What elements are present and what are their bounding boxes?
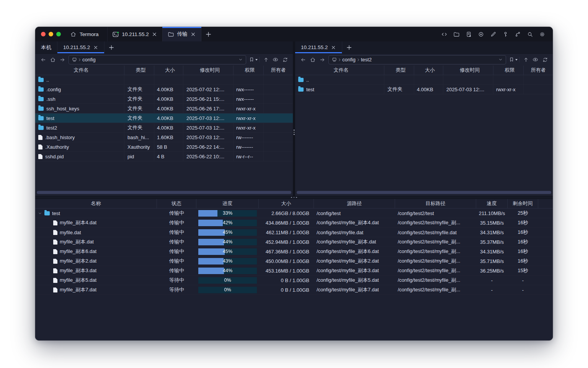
panel-splitter-horizontal[interactable] <box>35 196 553 199</box>
titlebar-actions <box>440 27 553 41</box>
horizontal-scrollbar[interactable] <box>297 191 551 194</box>
new-panel-tab-button[interactable] <box>105 41 118 53</box>
table-row[interactable]: test2 文件夹 4.00KB 2025-07-03 12:... rwxr-… <box>35 123 293 133</box>
chevron-down-icon[interactable] <box>238 57 243 62</box>
table-row[interactable]: .Xauthority Xauthority 58 B 2025-06-22 1… <box>35 142 293 152</box>
close-icon[interactable] <box>331 45 336 50</box>
table-row[interactable]: .config 文件夹 4.00KB 2025-07-02 12:... rwx… <box>35 85 293 94</box>
column-header[interactable]: 权限 <box>234 66 264 75</box>
column-header[interactable]: 权限 <box>493 66 524 75</box>
column-header[interactable]: 类型 <box>384 66 414 75</box>
column-header[interactable]: 目标路径 <box>395 199 476 208</box>
search-icon[interactable] <box>526 30 534 39</box>
table-row[interactable]: .bash_history bash_hi... 1.60KB 2025-07-… <box>35 133 293 142</box>
refresh-icon[interactable] <box>540 55 550 64</box>
column-header[interactable]: 修改时间 <box>443 66 493 75</box>
close-icon[interactable] <box>191 31 196 37</box>
key-icon[interactable] <box>501 30 510 39</box>
forward-icon[interactable] <box>57 55 67 64</box>
column-header[interactable]: 大小 <box>259 199 314 208</box>
home-icon[interactable] <box>48 55 57 64</box>
column-header[interactable]: 速度 <box>476 199 508 208</box>
eye-icon[interactable] <box>271 55 280 64</box>
home-icon[interactable] <box>308 55 317 64</box>
table-row[interactable]: sshd.pid pid 4 B 2025-06-22 10:... rw-r-… <box>35 152 293 161</box>
column-header[interactable]: 名称 <box>35 199 157 208</box>
settings-icon[interactable] <box>538 30 547 39</box>
app-home-tab[interactable]: Termora <box>69 27 107 41</box>
table-row[interactable]: test 文件夹 4.00KB 2025-07-03 12:... rwxr-x… <box>295 85 553 94</box>
table-row[interactable]: .. <box>35 75 293 85</box>
table-row[interactable]: test 文件夹 4.00KB 2025-07-03 12:... rwxr-x… <box>35 113 293 123</box>
back-icon[interactable] <box>38 55 48 64</box>
tab-transfer[interactable]: 传输 <box>162 27 201 41</box>
forward-icon[interactable] <box>317 55 327 64</box>
bookmark-split-button[interactable] <box>509 57 519 62</box>
column-header[interactable]: 文件名 <box>35 66 124 75</box>
column-header[interactable]: 类型 <box>124 66 154 75</box>
code-icon[interactable] <box>440 30 449 39</box>
column-header[interactable]: 文件名 <box>295 66 384 75</box>
transfer-row[interactable]: myfile.dat 传输中 45% 462.11MB / 1.00GB /co… <box>35 228 553 237</box>
table-row[interactable]: ssh_host_keys 文件夹 4.00KB 2025-06-26 17:.… <box>35 104 293 113</box>
path-breadcrumb[interactable]: config test2 <box>328 55 506 64</box>
maximize-window-button[interactable] <box>56 32 61 36</box>
file-icon <box>38 135 42 140</box>
arrow-up-icon[interactable] <box>261 55 271 64</box>
transfer-row[interactable]: myfile_副本7.dat 等待中 0% 0 B / 1.00GB /conf… <box>35 285 553 295</box>
transfer-name: myfile_副本.dat <box>60 238 94 245</box>
close-icon[interactable] <box>93 45 98 50</box>
column-header[interactable]: 状态 <box>157 199 196 208</box>
transfer-row[interactable]: myfile_副本3.dat 传输中 44% 453.16MB / 1.00GB… <box>35 266 553 276</box>
transfer-row[interactable]: myfile_副本6.dat 传输中 45% 467.36MB / 1.00GB… <box>35 247 553 256</box>
file-icon <box>53 220 57 225</box>
breadcrumb-segment[interactable]: config <box>77 57 96 62</box>
horizontal-scrollbar[interactable] <box>37 191 291 194</box>
tab-ssh-session[interactable]: 10.211.55.2 <box>107 27 162 41</box>
folder-icon[interactable] <box>452 30 461 39</box>
tab-remote-host[interactable]: 10.211.55.2 <box>57 41 105 53</box>
tab-remote-host[interactable]: 10.211.55.2 <box>295 41 342 53</box>
column-header[interactable]: 剩余时间 <box>508 199 538 208</box>
table-row[interactable]: .. <box>295 75 553 85</box>
bookmark-icon <box>509 57 514 62</box>
transfer-target-path: /config/test2/test/myfile_副... <box>395 247 476 256</box>
table-row[interactable]: .ssh 文件夹 4.00KB 2025-06-21 15:... rwx---… <box>35 94 293 104</box>
folder-icon <box>298 78 304 82</box>
column-header[interactable]: 进度 <box>196 199 259 208</box>
column-header[interactable]: 所有者 <box>264 66 293 75</box>
column-header[interactable]: 源路径 <box>314 199 395 208</box>
column-header[interactable]: 大小 <box>414 66 443 75</box>
breadcrumb: config <box>77 57 96 62</box>
transfer-row[interactable]: test 传输中 33% 2.66GB / 8.00GB /config/tes… <box>35 209 553 218</box>
bookmark-split-button[interactable] <box>249 57 260 62</box>
record-icon[interactable] <box>477 30 485 39</box>
column-header[interactable]: 所有者 <box>524 66 553 75</box>
file-permissions: rw------- <box>234 142 264 151</box>
chevron-down-icon[interactable] <box>498 57 503 62</box>
transfer-row[interactable]: myfile_副本5.dat 等待中 0% 0 B / 1.00GB /conf… <box>35 276 553 285</box>
transfer-row[interactable]: myfile_副本2.dat 传输中 43% 450.00MB / 1.00GB… <box>35 256 553 266</box>
new-panel-tab-button[interactable] <box>342 41 356 53</box>
tab-local[interactable]: 本机 <box>35 41 57 53</box>
column-header[interactable]: 修改时间 <box>183 66 234 75</box>
breadcrumb-segment[interactable]: test2 <box>356 57 372 62</box>
branch-icon[interactable] <box>513 30 522 39</box>
log-icon[interactable] <box>464 30 473 39</box>
transfer-row[interactable]: myfile_副本4.dat 传输中 42% 434.86MB / 1.00GB… <box>35 218 553 228</box>
breadcrumb-segment[interactable]: config <box>337 57 356 62</box>
minimize-window-button[interactable] <box>49 32 53 36</box>
transfer-row[interactable]: myfile_副本.dat 传输中 44% 452.94MB / 1.00GB … <box>35 237 553 247</box>
arrow-up-icon[interactable] <box>521 55 531 64</box>
path-breadcrumb[interactable]: config <box>69 55 246 64</box>
back-icon[interactable] <box>298 55 308 64</box>
column-header[interactable]: 大小 <box>154 66 183 75</box>
edit-icon[interactable] <box>489 30 498 39</box>
chevron-down-icon[interactable] <box>38 211 42 215</box>
refresh-icon[interactable] <box>280 55 290 64</box>
close-window-button[interactable] <box>41 32 46 36</box>
new-tab-button[interactable] <box>201 27 216 41</box>
close-icon[interactable] <box>152 31 157 37</box>
eye-icon[interactable] <box>531 55 540 64</box>
transfer-progress-cell: 43% <box>196 256 259 266</box>
